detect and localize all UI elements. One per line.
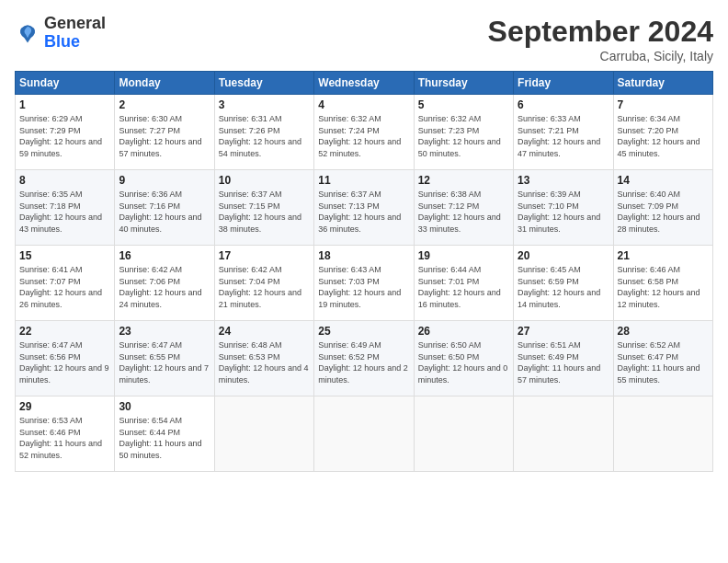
empty-cell: [414, 396, 513, 472]
day-num: 27: [518, 325, 609, 338]
day-num: 16: [119, 249, 210, 262]
day-num: 12: [418, 174, 509, 187]
day-detail: Sunrise: 6:29 AMSunset: 7:29 PMDaylight:…: [19, 114, 102, 158]
day-22: 22 Sunrise: 6:47 AMSunset: 6:56 PMDaylig…: [16, 321, 115, 396]
day-num: 29: [19, 400, 110, 413]
day-num: 19: [418, 249, 509, 262]
day-detail: Sunrise: 6:32 AMSunset: 7:23 PMDaylight:…: [418, 114, 501, 158]
day-num: 22: [19, 325, 110, 338]
day-num: 20: [518, 249, 609, 262]
day-detail: Sunrise: 6:47 AMSunset: 6:56 PMDaylight:…: [19, 340, 109, 385]
location: Carruba, Sicily, Italy: [488, 49, 713, 63]
day-num: 11: [318, 174, 409, 187]
col-tuesday: Tuesday: [214, 72, 313, 95]
day-20: 20 Sunrise: 6:45 AMSunset: 6:59 PMDaylig…: [514, 246, 613, 321]
logo-text: General Blue: [44, 15, 106, 52]
week-row-1: 1 Sunrise: 6:29 AMSunset: 7:29 PMDayligh…: [16, 95, 713, 170]
day-num: 28: [618, 325, 709, 338]
day-detail: Sunrise: 6:47 AMSunset: 6:55 PMDaylight:…: [119, 340, 209, 385]
day-num: 1: [19, 98, 110, 111]
day-detail: Sunrise: 6:54 AMSunset: 6:44 PMDaylight:…: [119, 416, 201, 460]
col-monday: Monday: [115, 72, 214, 95]
title-block: September 2024 Carruba, Sicily, Italy: [488, 15, 713, 63]
day-28: 28 Sunrise: 6:52 AMSunset: 6:47 PMDaylig…: [613, 321, 712, 396]
day-4: 4 Sunrise: 6:32 AMSunset: 7:24 PMDayligh…: [314, 95, 414, 170]
day-9: 9 Sunrise: 6:36 AMSunset: 7:16 PMDayligh…: [115, 170, 214, 246]
col-sunday: Sunday: [16, 72, 115, 95]
week-row-5: 29 Sunrise: 6:53 AMSunset: 6:46 PMDaylig…: [16, 396, 713, 472]
day-detail: Sunrise: 6:53 AMSunset: 6:46 PMDaylight:…: [19, 416, 102, 460]
logo-icon: [15, 20, 40, 46]
day-26: 26 Sunrise: 6:50 AMSunset: 6:50 PMDaylig…: [414, 321, 513, 396]
day-num: 9: [119, 174, 210, 187]
day-num: 6: [518, 98, 609, 111]
day-18: 18 Sunrise: 6:43 AMSunset: 7:03 PMDaylig…: [314, 246, 414, 321]
day-detail: Sunrise: 6:34 AMSunset: 7:20 PMDaylight:…: [618, 114, 700, 158]
day-num: 17: [219, 249, 310, 262]
day-detail: Sunrise: 6:30 AMSunset: 7:27 PMDaylight:…: [119, 114, 201, 158]
day-num: 21: [618, 249, 709, 262]
logo-general: General: [44, 14, 106, 32]
day-detail: Sunrise: 6:31 AMSunset: 7:26 PMDaylight:…: [219, 114, 301, 158]
empty-cell: [613, 396, 712, 472]
day-num: 8: [19, 174, 110, 187]
day-2: 2 Sunrise: 6:30 AMSunset: 7:27 PMDayligh…: [115, 95, 214, 170]
day-detail: Sunrise: 6:46 AMSunset: 6:58 PMDaylight:…: [618, 265, 700, 309]
day-14: 14 Sunrise: 6:40 AMSunset: 7:09 PMDaylig…: [613, 170, 712, 246]
day-detail: Sunrise: 6:48 AMSunset: 6:53 PMDaylight:…: [219, 340, 309, 385]
day-detail: Sunrise: 6:37 AMSunset: 7:15 PMDaylight:…: [219, 190, 301, 234]
day-num: 25: [318, 325, 409, 338]
day-29: 29 Sunrise: 6:53 AMSunset: 6:46 PMDaylig…: [16, 396, 115, 472]
day-8: 8 Sunrise: 6:35 AMSunset: 7:18 PMDayligh…: [16, 170, 115, 246]
day-num: 24: [219, 325, 310, 338]
page: General Blue September 2024 Carruba, Sic…: [0, 0, 728, 563]
col-friday: Friday: [514, 72, 613, 95]
week-row-3: 15 Sunrise: 6:41 AMSunset: 7:07 PMDaylig…: [16, 246, 713, 321]
day-16: 16 Sunrise: 6:42 AMSunset: 7:06 PMDaylig…: [115, 246, 214, 321]
day-num: 14: [618, 174, 709, 187]
header: General Blue September 2024 Carruba, Sic…: [15, 15, 713, 63]
col-wednesday: Wednesday: [314, 72, 414, 95]
day-27: 27 Sunrise: 6:51 AMSunset: 6:49 PMDaylig…: [514, 321, 613, 396]
day-num: 18: [318, 249, 409, 262]
day-17: 17 Sunrise: 6:42 AMSunset: 7:04 PMDaylig…: [214, 246, 313, 321]
day-detail: Sunrise: 6:40 AMSunset: 7:09 PMDaylight:…: [618, 190, 700, 234]
calendar: Sunday Monday Tuesday Wednesday Thursday…: [15, 71, 713, 472]
day-num: 15: [19, 249, 110, 262]
day-num: 30: [119, 400, 210, 413]
day-detail: Sunrise: 6:45 AMSunset: 6:59 PMDaylight:…: [518, 265, 600, 309]
day-detail: Sunrise: 6:42 AMSunset: 7:04 PMDaylight:…: [219, 265, 301, 309]
day-detail: Sunrise: 6:44 AMSunset: 7:01 PMDaylight:…: [418, 265, 501, 309]
logo-blue: Blue: [44, 32, 80, 51]
day-detail: Sunrise: 6:41 AMSunset: 7:07 PMDaylight:…: [19, 265, 102, 309]
day-10: 10 Sunrise: 6:37 AMSunset: 7:15 PMDaylig…: [214, 170, 313, 246]
day-detail: Sunrise: 6:38 AMSunset: 7:12 PMDaylight:…: [418, 190, 501, 234]
day-23: 23 Sunrise: 6:47 AMSunset: 6:55 PMDaylig…: [115, 321, 214, 396]
day-detail: Sunrise: 6:52 AMSunset: 6:47 PMDaylight:…: [618, 340, 700, 385]
day-detail: Sunrise: 6:33 AMSunset: 7:21 PMDaylight:…: [518, 114, 600, 158]
calendar-header-row: Sunday Monday Tuesday Wednesday Thursday…: [16, 72, 713, 95]
empty-cell: [314, 396, 414, 472]
day-num: 3: [219, 98, 310, 111]
day-num: 23: [119, 325, 210, 338]
day-30: 30 Sunrise: 6:54 AMSunset: 6:44 PMDaylig…: [115, 396, 214, 472]
day-detail: Sunrise: 6:50 AMSunset: 6:50 PMDaylight:…: [418, 340, 508, 385]
day-num: 5: [418, 98, 509, 111]
day-detail: Sunrise: 6:42 AMSunset: 7:06 PMDaylight:…: [119, 265, 201, 309]
day-15: 15 Sunrise: 6:41 AMSunset: 7:07 PMDaylig…: [16, 246, 115, 321]
day-detail: Sunrise: 6:49 AMSunset: 6:52 PMDaylight:…: [318, 340, 408, 385]
day-12: 12 Sunrise: 6:38 AMSunset: 7:12 PMDaylig…: [414, 170, 513, 246]
day-detail: Sunrise: 6:37 AMSunset: 7:13 PMDaylight:…: [318, 190, 401, 234]
day-detail: Sunrise: 6:32 AMSunset: 7:24 PMDaylight:…: [318, 114, 401, 158]
day-detail: Sunrise: 6:36 AMSunset: 7:16 PMDaylight:…: [119, 190, 201, 234]
day-6: 6 Sunrise: 6:33 AMSunset: 7:21 PMDayligh…: [514, 95, 613, 170]
day-11: 11 Sunrise: 6:37 AMSunset: 7:13 PMDaylig…: [314, 170, 414, 246]
empty-cell: [214, 396, 313, 472]
day-num: 13: [518, 174, 609, 187]
day-num: 10: [219, 174, 310, 187]
day-num: 2: [119, 98, 210, 111]
day-5: 5 Sunrise: 6:32 AMSunset: 7:23 PMDayligh…: [414, 95, 513, 170]
day-13: 13 Sunrise: 6:39 AMSunset: 7:10 PMDaylig…: [514, 170, 613, 246]
day-num: 4: [318, 98, 409, 111]
day-25: 25 Sunrise: 6:49 AMSunset: 6:52 PMDaylig…: [314, 321, 414, 396]
